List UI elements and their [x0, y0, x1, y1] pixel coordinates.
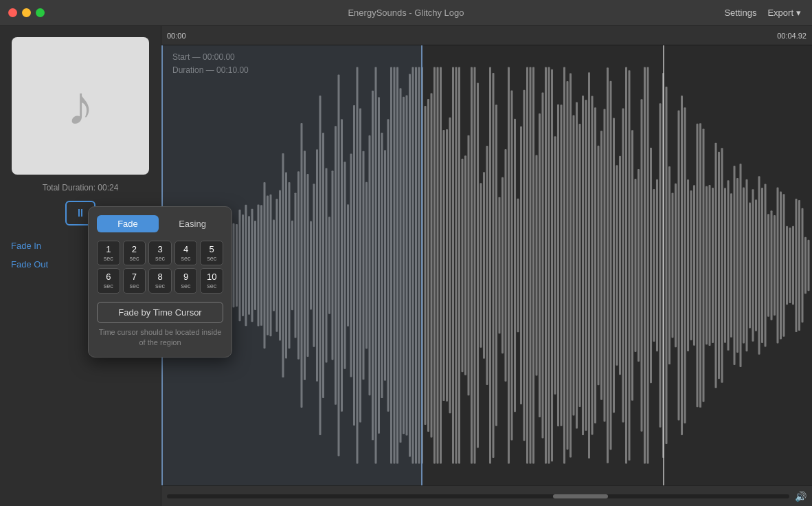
svg-rect-108 [493, 73, 495, 458]
svg-rect-157 [644, 67, 646, 463]
svg-rect-118 [523, 90, 526, 441]
fade-out-label: Fade Out [11, 259, 48, 270]
svg-rect-196 [765, 184, 767, 347]
svg-rect-180 [715, 143, 717, 388]
svg-rect-103 [477, 83, 479, 448]
svg-rect-111 [501, 177, 504, 353]
svg-rect-101 [471, 67, 473, 463]
svg-rect-89 [433, 67, 436, 463]
svg-rect-191 [749, 202, 751, 328]
svg-rect-112 [505, 149, 507, 382]
svg-rect-100 [468, 135, 470, 396]
sec-btn-10[interactable]: 10 sec [200, 268, 223, 293]
settings-button[interactable]: Settings [724, 8, 756, 18]
svg-rect-182 [721, 148, 723, 383]
svg-rect-174 [697, 124, 699, 407]
svg-rect-199 [774, 215, 776, 316]
svg-rect-160 [653, 189, 655, 342]
sec-btn-4[interactable]: 4 sec [174, 241, 198, 265]
tab-easing[interactable]: Easing [161, 215, 223, 232]
svg-rect-123 [539, 113, 541, 417]
svg-rect-99 [464, 155, 466, 375]
svg-rect-93 [446, 129, 448, 402]
svg-rect-136 [579, 124, 581, 407]
svg-rect-115 [514, 119, 516, 412]
sec-btn-8[interactable]: 8 sec [148, 268, 172, 293]
svg-rect-153 [631, 130, 633, 400]
sec-btn-9[interactable]: 9 sec [174, 268, 198, 293]
sec-btn-6[interactable]: 6 sec [97, 268, 120, 293]
traffic-lights [8, 8, 45, 17]
svg-rect-120 [530, 67, 532, 463]
svg-rect-194 [758, 176, 760, 354]
svg-rect-210 [808, 240, 810, 292]
svg-rect-147 [613, 118, 615, 412]
svg-rect-176 [703, 129, 705, 402]
svg-rect-150 [622, 108, 624, 422]
minimize-button[interactable] [22, 8, 31, 17]
svg-rect-134 [573, 115, 575, 415]
svg-rect-143 [600, 131, 602, 399]
svg-rect-94 [449, 118, 451, 413]
svg-rect-205 [792, 226, 794, 305]
svg-rect-138 [585, 100, 587, 430]
close-button[interactable] [8, 8, 17, 17]
popup-tabs: Fade Easing [97, 215, 223, 232]
svg-rect-200 [777, 187, 779, 343]
svg-rect-177 [706, 186, 708, 344]
svg-rect-117 [520, 126, 522, 404]
svg-rect-164 [666, 87, 668, 444]
music-note-icon: ♪ [67, 74, 94, 138]
scrollbar-area[interactable]: 🔊 [161, 485, 812, 506]
fade-by-time-cursor-button[interactable]: Fade by Time Cursor [97, 302, 223, 323]
svg-rect-146 [610, 81, 612, 450]
svg-rect-166 [672, 193, 674, 338]
popup-hint: Time cursor should be located inside of … [97, 327, 223, 349]
sec-btn-7[interactable]: 7 sec [123, 268, 146, 293]
svg-rect-204 [789, 228, 791, 303]
svg-rect-206 [796, 199, 798, 332]
svg-rect-124 [542, 93, 544, 439]
svg-rect-137 [582, 96, 584, 435]
svg-rect-97 [458, 67, 460, 463]
sec-btn-5[interactable]: 5 sec [200, 241, 223, 265]
playhead [663, 45, 664, 485]
svg-rect-165 [668, 166, 670, 364]
svg-rect-110 [499, 197, 501, 334]
maximize-button[interactable] [36, 8, 45, 17]
waveform-area[interactable] [161, 45, 812, 485]
svg-rect-192 [752, 189, 754, 341]
sec-btn-2[interactable]: 2 sec [123, 241, 146, 265]
svg-rect-178 [709, 185, 711, 346]
svg-rect-104 [480, 183, 482, 348]
svg-rect-105 [483, 172, 485, 358]
total-duration: Total Duration: 00:24 [43, 183, 119, 192]
tab-fade[interactable]: Fade [97, 215, 159, 232]
svg-rect-141 [594, 107, 596, 424]
svg-rect-207 [798, 200, 800, 331]
svg-rect-201 [780, 192, 782, 340]
svg-rect-121 [532, 67, 534, 463]
scrollbar-thumb[interactable] [553, 494, 608, 498]
export-button[interactable]: Export ▾ [767, 8, 801, 18]
volume-icon: 🔊 [795, 491, 807, 502]
svg-rect-208 [802, 208, 804, 323]
svg-rect-119 [526, 67, 528, 463]
svg-rect-145 [607, 67, 609, 463]
svg-rect-148 [616, 165, 618, 365]
svg-rect-171 [687, 179, 689, 351]
svg-rect-173 [693, 185, 695, 346]
svg-rect-170 [684, 107, 686, 424]
svg-rect-107 [489, 67, 491, 463]
svg-rect-168 [678, 111, 680, 421]
scrollbar-track[interactable] [167, 494, 789, 498]
sec-btn-3[interactable]: 3 sec [148, 241, 172, 265]
svg-rect-167 [675, 184, 677, 347]
svg-rect-142 [598, 146, 600, 385]
sec-btn-1[interactable]: 1 sec [97, 241, 120, 265]
svg-rect-198 [771, 210, 773, 320]
svg-rect-129 [557, 104, 559, 427]
svg-rect-152 [629, 70, 631, 461]
svg-rect-125 [545, 67, 547, 463]
svg-rect-116 [517, 199, 519, 333]
